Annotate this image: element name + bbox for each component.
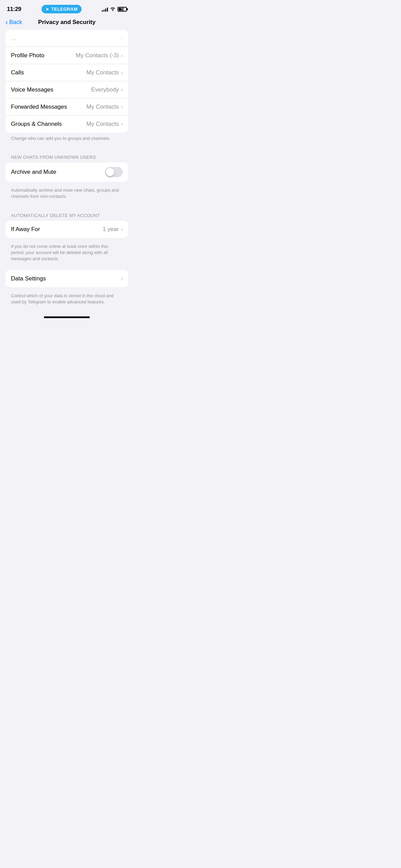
auto-delete-header: AUTOMATICALLY DELETE MY ACCOUNT xyxy=(0,205,134,221)
row-value-text: My Contacts xyxy=(86,104,119,110)
privacy-section: … › Profile Photo My Contacts (-3) › Cal… xyxy=(5,30,128,133)
row-label: Forwarded Messages xyxy=(11,104,67,110)
signal-bar-3 xyxy=(105,9,106,12)
signal-bars xyxy=(102,7,108,12)
chevron-right-icon: › xyxy=(121,87,123,93)
table-row[interactable]: Groups & Channels My Contacts › xyxy=(5,116,128,133)
row-value: My Contacts › xyxy=(86,121,123,128)
page-title: Privacy and Security xyxy=(38,19,95,26)
back-label: Back xyxy=(9,19,22,26)
archive-mute-label: Archive and Mute xyxy=(11,169,56,176)
row-label: … xyxy=(11,35,16,41)
row-value: › xyxy=(121,36,123,41)
auto-delete-footer: If you do not come online at least once … xyxy=(0,241,134,268)
table-row[interactable]: … › xyxy=(5,30,128,47)
table-row: Archive and Mute xyxy=(5,162,128,182)
row-value-text: Everybody xyxy=(91,86,119,93)
privacy-section-footer: Change who can add you to groups and cha… xyxy=(0,133,134,147)
home-bar xyxy=(44,316,90,318)
data-settings-section: Data Settings › xyxy=(5,270,128,287)
row-label: Calls xyxy=(11,69,24,76)
row-value-text: My Contacts xyxy=(86,121,119,128)
status-right: 76 xyxy=(102,7,127,12)
table-row[interactable]: Data Settings › xyxy=(5,270,128,287)
back-button[interactable]: ‹ Back xyxy=(5,19,22,26)
status-time: 11:29 xyxy=(7,6,21,13)
new-chats-header: NEW CHATS FROM UNKNOWN USERS xyxy=(0,147,134,162)
new-chats-section: Archive and Mute xyxy=(5,162,128,182)
data-settings-label: Data Settings xyxy=(11,275,46,282)
row-value: My Contacts › xyxy=(86,104,123,110)
new-chats-footer: Automatically archive and mute new chats… xyxy=(0,184,134,205)
row-label: Voice Messages xyxy=(11,86,53,93)
row-value-text: 1 year xyxy=(102,226,119,233)
status-center: ➤ TELEGRAM xyxy=(41,5,82,13)
table-row[interactable]: Forwarded Messages My Contacts › xyxy=(5,98,128,116)
battery-text: 76 xyxy=(119,8,126,11)
chevron-right-icon: › xyxy=(121,121,123,127)
signal-bar-2 xyxy=(104,10,105,12)
battery: 76 xyxy=(118,7,127,12)
archive-mute-toggle[interactable] xyxy=(105,167,123,177)
row-value-text: My Contacts xyxy=(86,69,119,76)
telegram-label: TELEGRAM xyxy=(51,7,78,12)
telegram-icon: ➤ xyxy=(46,7,49,12)
row-label: Profile Photo xyxy=(11,52,44,59)
telegram-pill: ➤ TELEGRAM xyxy=(41,5,82,13)
row-value: › xyxy=(121,276,123,282)
chevron-right-icon: › xyxy=(121,52,123,59)
chevron-right-icon: › xyxy=(121,276,123,282)
if-away-label: If Away For xyxy=(11,226,40,233)
row-value: 1 year › xyxy=(102,226,123,233)
chevron-right-icon: › xyxy=(121,226,123,232)
nav-bar: ‹ Back Privacy and Security xyxy=(0,16,134,30)
signal-bar-1 xyxy=(102,10,103,12)
row-value: Everybody › xyxy=(91,86,123,93)
table-row[interactable]: Voice Messages Everybody › xyxy=(5,81,128,98)
row-value: My Contacts › xyxy=(86,69,123,76)
content: … › Profile Photo My Contacts (-3) › Cal… xyxy=(0,30,134,311)
chevron-right-icon: › xyxy=(121,104,123,110)
chevron-right-icon: › xyxy=(121,70,123,76)
row-value: My Contacts (-3) › xyxy=(76,52,123,59)
auto-delete-section: If Away For 1 year › xyxy=(5,221,128,238)
status-bar: 11:29 ➤ TELEGRAM 76 xyxy=(0,0,134,16)
table-row[interactable]: Calls My Contacts › xyxy=(5,64,128,81)
table-row[interactable]: Profile Photo My Contacts (-3) › xyxy=(5,47,128,64)
toggle-track xyxy=(105,167,123,177)
data-settings-footer: Control which of your data is stored in … xyxy=(0,290,134,311)
row-label: Groups & Channels xyxy=(11,121,62,128)
toggle-thumb xyxy=(106,168,114,176)
home-indicator xyxy=(0,311,134,321)
wifi-icon xyxy=(110,7,116,12)
table-row[interactable]: If Away For 1 year › xyxy=(5,221,128,238)
signal-bar-4 xyxy=(107,8,108,12)
back-chevron-icon: ‹ xyxy=(5,18,8,26)
row-value-text: My Contacts (-3) xyxy=(76,52,119,59)
